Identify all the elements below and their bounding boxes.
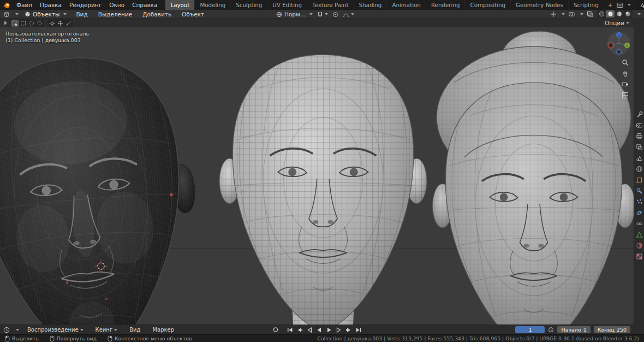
tool-measure-icon[interactable] (64, 20, 73, 27)
overlays-button[interactable] (568, 11, 575, 17)
object-tab-icon[interactable] (635, 176, 643, 184)
mode-selector[interactable]: Объекты (22, 11, 69, 17)
snap-magnet-button[interactable] (317, 11, 328, 17)
menu-keying[interactable]: Кеинг (92, 326, 122, 333)
grid-ortho-icon[interactable] (622, 92, 629, 99)
current-frame-field[interactable]: 1 (515, 326, 545, 333)
prev-frame-button[interactable] (305, 326, 313, 333)
frame-end-field[interactable]: Конец250 (594, 326, 630, 333)
tool-move-icon[interactable] (56, 20, 64, 27)
tool-select-box-icon[interactable] (19, 20, 27, 27)
toolbar-expand-icon[interactable] (4, 21, 7, 25)
constraints-tab-icon[interactable] (635, 220, 643, 227)
render-tab-icon[interactable] (635, 121, 643, 129)
menu-timeline-view[interactable]: Вид (126, 326, 144, 333)
tab-geometry-nodes[interactable]: Geometry Nodes (511, 0, 569, 10)
menu-marker[interactable]: Маркер (148, 326, 178, 333)
prev-keyframe-button[interactable] (295, 326, 303, 333)
tab-scripting[interactable]: Scripting (569, 0, 604, 10)
zoom-icon[interactable] (622, 59, 629, 66)
cube-icon (25, 11, 31, 17)
play-reverse-button[interactable] (315, 326, 323, 333)
menu-render[interactable]: Рендеринг (65, 1, 105, 9)
menu-playback[interactable]: Воспроизведение (23, 326, 87, 333)
menu-file[interactable]: Файл (13, 1, 36, 9)
shading-rendered-icon[interactable] (623, 10, 632, 17)
output-tab-icon[interactable] (635, 132, 643, 140)
menu-window[interactable]: Окно (105, 1, 128, 9)
shading-wireframe-icon[interactable] (597, 10, 606, 17)
hint-context-menu: Контекстное меню объектов (108, 335, 192, 342)
camera-view-icon[interactable] (622, 81, 629, 88)
mouse-right-icon (108, 335, 112, 342)
falloff-dropdown[interactable] (343, 11, 354, 17)
chevron-down-icon (626, 22, 629, 24)
scene-selector[interactable]: Scene × (637, 2, 644, 8)
texture-tab-icon[interactable] (635, 252, 643, 260)
magnet-icon (317, 11, 323, 17)
menu-edit[interactable]: Правка (36, 1, 65, 9)
blender-window: Файл Правка Рендеринг Окно Справка Layou… (0, 0, 644, 342)
tool-select-circle-icon[interactable] (27, 20, 35, 27)
menu-add[interactable]: Добавить (139, 11, 175, 17)
shading-solid-icon[interactable] (606, 10, 615, 17)
chevron-down-icon (309, 13, 313, 15)
frame-start-field[interactable]: Начало1 (557, 326, 590, 333)
tab-sculpting[interactable]: Sculpting (231, 0, 267, 10)
tab-rendering[interactable]: Rendering (426, 0, 466, 10)
active-object-name: (1) Collection | девушка.003 (5, 37, 89, 44)
timeline-editor-type-button[interactable] (3, 327, 10, 333)
tool-cursor-icon[interactable] (48, 20, 56, 27)
tool-select-lasso-icon[interactable] (35, 20, 44, 27)
transform-cluster: Норм... (276, 10, 354, 19)
pan-hand-icon[interactable] (622, 70, 629, 77)
particles-tab-icon[interactable] (635, 198, 643, 205)
falloff-curve-icon (343, 11, 349, 17)
viewlayer-tab-icon[interactable] (635, 143, 643, 151)
play-button[interactable] (325, 326, 333, 333)
screen-layout-icon[interactable] (617, 2, 623, 8)
auto-key-button[interactable] (271, 326, 279, 333)
tab-uv-editing[interactable]: UV Editing (267, 0, 307, 10)
tab-compositing[interactable]: Compositing (465, 0, 511, 10)
blender-logo[interactable] (3, 2, 10, 9)
tab-shading[interactable]: Shading (354, 0, 387, 10)
menu-object[interactable]: Объект (178, 11, 207, 17)
editor-type-button[interactable] (3, 11, 10, 17)
menu-help[interactable]: Справка (128, 1, 161, 9)
next-frame-button[interactable] (335, 326, 343, 333)
viewport-3d[interactable]: Пользовательская ортогональ (1) Collecti… (0, 27, 634, 325)
hint-rotate-view: Повернуть вид (50, 335, 97, 342)
shading-material-icon[interactable] (615, 10, 623, 17)
tool-tab-icon[interactable] (635, 110, 643, 118)
tab-layout[interactable]: Layout (165, 0, 195, 10)
proportional-editing-button[interactable] (332, 11, 338, 17)
material-tab-icon[interactable] (635, 241, 643, 249)
tool-tweak-icon[interactable] (11, 20, 19, 27)
add-workspace-button[interactable]: + (604, 0, 617, 10)
tab-texture-paint[interactable]: Texture Paint (307, 0, 354, 10)
globe-icon (276, 11, 282, 17)
physics-tab-icon[interactable] (635, 209, 643, 216)
use-preview-range-icon[interactable] (548, 327, 554, 333)
tab-modeling[interactable]: Modeling (195, 0, 231, 10)
object-data-tab-icon[interactable] (635, 231, 643, 238)
xray-toggle-button[interactable] (587, 11, 593, 17)
chevron-down-icon (63, 13, 67, 15)
options-dropdown[interactable]: Опции (605, 20, 629, 26)
jump-to-start-button[interactable] (285, 326, 294, 333)
svg-text:Y: Y (625, 44, 628, 48)
viewport-header-right (550, 10, 641, 18)
show-gizmo-button[interactable] (550, 11, 557, 17)
modifiers-tab-icon[interactable] (635, 187, 643, 194)
orientation-dropdown[interactable]: Норм... (276, 11, 313, 17)
jump-to-end-button[interactable] (354, 326, 362, 333)
scene-tab-icon[interactable] (635, 154, 643, 162)
menu-view[interactable]: Вид (73, 11, 91, 17)
navigation-gizmo[interactable]: Z Y (606, 31, 631, 56)
next-keyframe-button[interactable] (344, 326, 353, 333)
tab-animation[interactable]: Animation (387, 0, 426, 10)
world-tab-icon[interactable] (635, 165, 643, 173)
menu-select[interactable]: Выделение (95, 11, 136, 17)
viewport-canvas[interactable] (0, 27, 634, 325)
